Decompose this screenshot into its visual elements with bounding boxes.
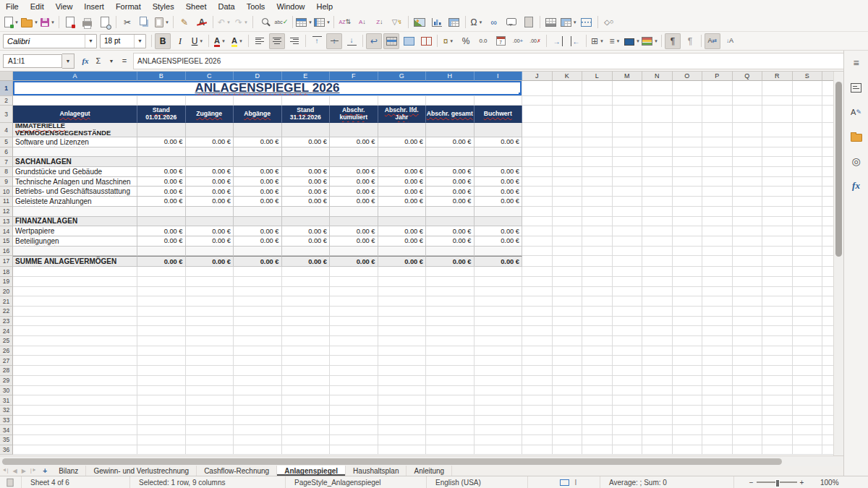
cell[interactable] <box>582 157 613 167</box>
cell[interactable]: Software und Lizenzen <box>13 137 137 147</box>
cell[interactable] <box>762 346 793 356</box>
cell[interactable] <box>793 236 823 247</box>
cell[interactable] <box>642 197 673 207</box>
cell[interactable] <box>234 336 282 346</box>
print-area-button[interactable] <box>543 14 559 30</box>
row-header-24[interactable]: 24 <box>0 326 13 336</box>
cell[interactable] <box>330 96 378 106</box>
cell[interactable] <box>762 416 793 426</box>
cell[interactable] <box>475 217 523 227</box>
cell[interactable] <box>762 177 793 187</box>
cell[interactable] <box>673 197 703 207</box>
cell[interactable] <box>378 416 427 426</box>
cell[interactable] <box>13 207 137 217</box>
cell[interactable] <box>522 277 553 287</box>
cell[interactable] <box>137 326 186 336</box>
cell[interactable] <box>673 435 703 445</box>
cell[interactable] <box>522 267 553 277</box>
cell[interactable] <box>702 376 733 386</box>
column-header-F[interactable]: F <box>330 72 378 81</box>
chevron-down-icon[interactable]: ▼ <box>106 59 117 64</box>
sort-descending-button[interactable]: Z↓ <box>372 14 388 30</box>
cell[interactable] <box>426 376 475 386</box>
cell[interactable] <box>793 366 823 376</box>
cell[interactable] <box>137 406 186 416</box>
export-pdf-button[interactable] <box>62 14 78 30</box>
cell[interactable] <box>673 326 703 336</box>
cell[interactable]: 0.00 € <box>330 137 378 147</box>
cell[interactable] <box>793 106 823 123</box>
cell[interactable] <box>426 296 475 307</box>
chevron-down-icon[interactable]: ▼ <box>636 39 640 43</box>
cell[interactable]: 0.00 € <box>186 177 234 187</box>
cell[interactable] <box>673 356 703 366</box>
cell[interactable] <box>673 96 703 106</box>
cell[interactable] <box>793 147 823 158</box>
cell[interactable]: 0.00 € <box>426 197 475 207</box>
cell[interactable] <box>822 256 833 267</box>
cell[interactable]: SACHANLAGEN <box>13 157 137 167</box>
cell[interactable] <box>186 247 234 257</box>
headers-footers-button[interactable] <box>521 14 537 30</box>
row-header-10[interactable]: 10 <box>0 187 13 197</box>
cell[interactable]: 0.00 € <box>186 137 234 147</box>
cell[interactable] <box>186 157 234 167</box>
cell[interactable] <box>673 445 703 455</box>
cell[interactable] <box>475 356 523 366</box>
menu-help[interactable]: Help <box>311 0 339 13</box>
row-header-7[interactable]: 7 <box>0 157 13 167</box>
text-direction-horizontal-button[interactable]: A⇄ <box>705 33 720 49</box>
save-button[interactable]: ▼ <box>40 14 56 30</box>
cell[interactable] <box>762 296 793 307</box>
cell[interactable] <box>733 247 763 257</box>
cell[interactable] <box>186 406 234 416</box>
cell[interactable]: 0.00 € <box>426 187 475 197</box>
cell[interactable] <box>613 177 643 187</box>
cell[interactable]: Betriebs- und Geschäftsausstattung <box>13 187 137 197</box>
comment-button[interactable] <box>503 14 519 30</box>
cell[interactable] <box>793 346 823 356</box>
cell[interactable] <box>553 296 583 307</box>
cell[interactable] <box>733 267 763 277</box>
cell[interactable] <box>673 386 703 396</box>
row-header-14[interactable]: 14 <box>0 226 13 236</box>
cell[interactable] <box>702 386 733 396</box>
cell[interactable] <box>733 435 763 445</box>
sheet-tab-anlagenspiegel[interactable]: Anlagenspiegel <box>277 466 346 476</box>
print-preview-button[interactable] <box>97 14 113 30</box>
cell[interactable] <box>822 167 833 177</box>
cell[interactable]: 0.00 € <box>282 236 331 247</box>
cell[interactable] <box>234 247 282 257</box>
cell[interactable] <box>330 157 378 167</box>
cell[interactable]: 0.00 € <box>330 167 378 177</box>
cell[interactable] <box>378 366 427 376</box>
cell[interactable] <box>234 207 282 217</box>
cell[interactable] <box>234 376 282 386</box>
cell[interactable] <box>642 207 673 217</box>
cell[interactable] <box>642 256 673 267</box>
cell[interactable] <box>186 207 234 217</box>
column-header-E[interactable]: E <box>282 72 331 81</box>
center-vertically-button[interactable]: ↕ <box>326 33 342 49</box>
cell[interactable] <box>378 296 427 307</box>
cell[interactable] <box>475 416 523 426</box>
cell[interactable] <box>702 197 733 207</box>
cell[interactable] <box>733 167 763 177</box>
cell[interactable]: 0.00 € <box>378 256 427 267</box>
text-language[interactable]: English (USA) <box>427 476 528 488</box>
cell[interactable] <box>642 81 673 96</box>
cell[interactable] <box>673 187 703 197</box>
add-decimal-button[interactable]: .00+ <box>510 33 526 49</box>
cell[interactable] <box>330 425 378 435</box>
cell[interactable] <box>553 137 583 147</box>
cell[interactable] <box>642 435 673 445</box>
cell[interactable] <box>522 296 553 307</box>
cell[interactable] <box>822 267 833 277</box>
cell[interactable] <box>378 435 427 445</box>
cell[interactable] <box>186 147 234 158</box>
cell[interactable] <box>282 326 331 336</box>
menu-format[interactable]: Format <box>110 0 147 13</box>
cell[interactable] <box>702 96 733 106</box>
cell[interactable] <box>475 277 523 287</box>
cell[interactable] <box>378 267 427 277</box>
